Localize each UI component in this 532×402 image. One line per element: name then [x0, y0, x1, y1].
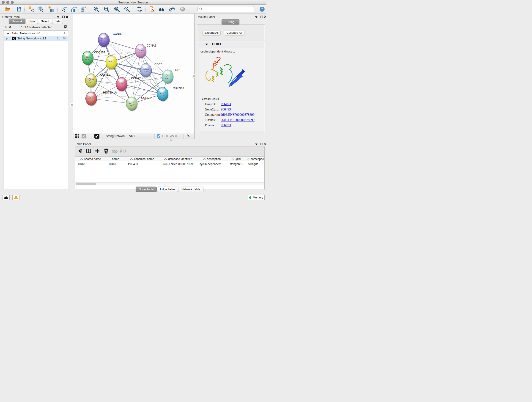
crosslink-label: Uniprot: — [205, 102, 216, 106]
tab-sets[interactable]: Sets — [52, 19, 63, 24]
collapse-all-button[interactable]: Collapse All — [224, 30, 244, 35]
houses-button[interactable] — [158, 6, 165, 12]
export-network-button[interactable] — [62, 6, 68, 12]
tab-style[interactable]: Style — [26, 19, 38, 24]
help-button[interactable]: ? — [259, 6, 265, 12]
export-table-button[interactable] — [71, 6, 77, 12]
network-node-CDC6[interactable]: CDC6 — [140, 63, 162, 78]
tab-network[interactable]: Network — [9, 19, 25, 24]
control-panel-menu-icon[interactable] — [57, 16, 59, 18]
crosslink-link[interactable]: 9606.ENSP00000378699 — [221, 118, 254, 122]
table-options-gear-icon[interactable] — [78, 148, 83, 153]
network-node-CDKN1A[interactable]: CDKN1A — [157, 87, 185, 102]
cell-database-identifier[interactable]: 9606.ENSP00000378699 — [159, 162, 197, 167]
export-view-icon[interactable] — [94, 134, 99, 139]
network-node-CCNB2[interactable]: CCNB2 — [98, 32, 123, 47]
collection-expand-icon[interactable] — [7, 33, 9, 34]
import-table-button[interactable] — [48, 6, 54, 12]
table-header-row: shared name name canonical name database… — [75, 157, 264, 161]
tab-node-table[interactable]: Node Table — [136, 186, 157, 192]
table-panel-float-icon[interactable] — [260, 143, 263, 145]
control-panel-float-icon[interactable] — [62, 16, 65, 18]
delete-table-icon[interactable] — [112, 149, 118, 153]
function-builder-icon[interactable]: f(x) — [120, 148, 126, 153]
column-header[interactable]: namespac — [245, 157, 265, 161]
window-title: Session: New Session — [0, 1, 266, 4]
selected-checkbox-icon[interactable] — [157, 134, 160, 138]
network-node-CDK1[interactable]: CDK1 — [106, 56, 128, 70]
cell-name[interactable]: CDK1 — [106, 162, 125, 167]
control-panel-close-icon[interactable] — [66, 16, 68, 18]
network-row-selected[interactable]: String Network – cdk1 11 48 — [4, 36, 68, 41]
collapse-all-chevron-icon[interactable] — [4, 26, 7, 28]
show-all-sphere-button[interactable] — [180, 6, 186, 12]
cloud-button[interactable] — [2, 195, 10, 200]
create-column-plus-icon[interactable] — [95, 148, 100, 153]
tab-select[interactable]: Select — [38, 19, 52, 24]
tab-network-table[interactable]: Network Table — [178, 186, 203, 192]
open-file-button[interactable] — [5, 6, 11, 12]
export-image-button[interactable] — [80, 6, 86, 12]
network-node-RB1[interactable]: RB1 — [162, 69, 181, 84]
delete-column-trash-icon[interactable] — [104, 148, 108, 153]
network-canvas[interactable]: CCNB2CCNA1CDC25BCDK1CDC6RB1CCNB1CCNA2CDK… — [73, 14, 194, 133]
zoom-out-button[interactable] — [104, 6, 109, 12]
tab-edge-table[interactable]: Edge Table — [157, 186, 178, 192]
column-header[interactable]: @id — [227, 157, 245, 161]
network-node-CCNB1[interactable]: CCNB1 — [85, 73, 110, 88]
import-network-from-database-button[interactable] — [38, 6, 44, 12]
table-panel-close-icon[interactable] — [264, 143, 266, 145]
results-panel-close-icon[interactable] — [264, 16, 266, 18]
clone-network-button[interactable] — [149, 6, 155, 12]
expand-all-button[interactable]: Expand All — [202, 30, 221, 35]
zoom-selected-button[interactable] — [124, 6, 130, 12]
fit-content-crosshair-icon[interactable] — [186, 134, 190, 138]
column-header[interactable]: description — [197, 157, 227, 161]
network-node-CDC25B[interactable]: CDC25B — [82, 51, 106, 65]
gene-collapse-icon[interactable] — [206, 44, 208, 45]
network-node-HIST1H1A[interactable]: HIST1H1A — [86, 91, 117, 106]
table-row[interactable]: CDK1 CDK1 P06493 9606.ENSP00000378699 cy… — [75, 162, 264, 167]
window-titlebar: Session: New Session — [0, 0, 266, 5]
column-header[interactable]: shared name — [75, 157, 106, 161]
results-buttons-box: Expand All Collapse All — [197, 25, 265, 41]
network-options-gear-icon[interactable] — [63, 25, 67, 29]
cell-namespace[interactable]: stringdb — [245, 162, 265, 167]
save-session-button[interactable] — [16, 6, 22, 12]
zoom-fit-button[interactable] — [114, 6, 120, 12]
table-panel-menu-icon[interactable] — [255, 143, 258, 145]
birdseye-share-icon[interactable] — [82, 134, 86, 138]
apply-layout-button[interactable] — [137, 6, 143, 12]
results-panel-menu-icon[interactable] — [255, 16, 258, 18]
grid-view-icon[interactable] — [75, 134, 79, 138]
network-node-CCNA1[interactable]: CCNA1 — [135, 44, 157, 58]
scrollbar-thumb[interactable] — [76, 183, 96, 185]
crosslink-link[interactable]: P06493 — [221, 123, 231, 127]
network-node-CCNA2[interactable]: CCNA2 — [116, 77, 141, 92]
hide-selected-button[interactable] — [169, 6, 175, 12]
network-edge-count: 48 — [63, 37, 66, 40]
cell-canonical-name[interactable]: P06493 — [125, 162, 159, 167]
expand-all-chevron-icon[interactable] — [8, 26, 11, 28]
column-header[interactable]: canonical name — [125, 157, 159, 161]
cell-id[interactable]: stringdb:9... — [227, 162, 245, 167]
show-columns-icon[interactable] — [86, 148, 91, 153]
tab-string[interactable]: String — [222, 19, 239, 25]
crosslink-link[interactable]: P06493 — [221, 102, 231, 106]
warnings-button[interactable] — [12, 195, 19, 200]
table-horizontal-scrollbar[interactable] — [75, 182, 264, 185]
cell-shared-name[interactable]: CDK1 — [75, 162, 106, 167]
memory-button[interactable]: Memory — [248, 195, 265, 200]
results-panel-float-icon[interactable] — [260, 16, 263, 18]
column-header[interactable]: name — [106, 157, 125, 161]
search-input[interactable] — [197, 6, 254, 12]
import-network-button[interactable] — [28, 6, 34, 12]
crosslink-link[interactable]: 9606.ENSP00000378699 — [221, 113, 254, 117]
network-collection-row[interactable]: String Network – cdk1 1 — [4, 32, 68, 36]
column-header[interactable]: database identifier — [159, 157, 197, 161]
zoom-in-button[interactable] — [93, 6, 99, 12]
results-panel: Results Panel String Expand All Collapse… — [195, 14, 266, 139]
cell-description[interactable]: cyclin-dependent ... — [197, 162, 227, 167]
hidden-eye-icon[interactable] — [170, 134, 174, 138]
crosslink-link[interactable]: P06493 — [221, 108, 231, 111]
